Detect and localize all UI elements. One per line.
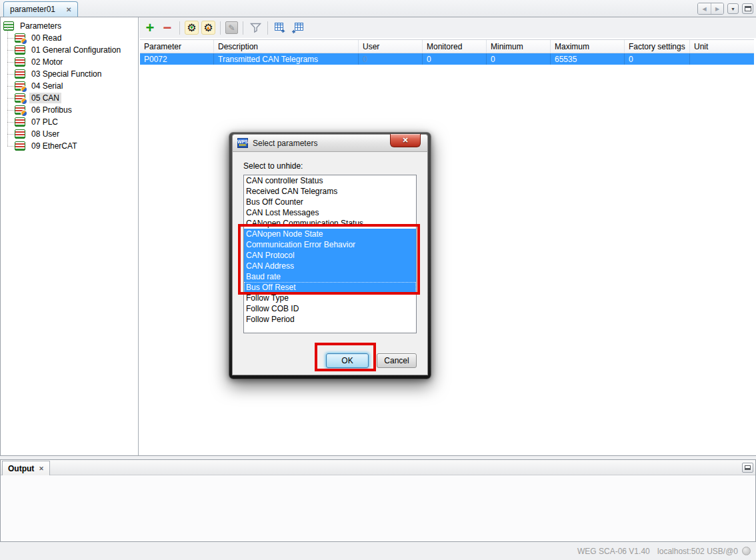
column-header-factory-settings[interactable]: Factory settings bbox=[625, 40, 690, 53]
status-bar: WEG SCA-06 V1.40 localhost:502 USB/@0 bbox=[0, 542, 756, 560]
tab-close-icon[interactable]: ✕ bbox=[66, 6, 71, 13]
export-table-button[interactable] bbox=[273, 21, 287, 35]
list-item-selected[interactable]: CAN Address bbox=[244, 261, 416, 271]
remove-parameter-button[interactable]: − bbox=[160, 21, 175, 35]
tree-item-label: 09 EtherCAT bbox=[29, 141, 79, 151]
parameter-table-icon bbox=[15, 69, 25, 79]
list-item[interactable]: CAN controller Status bbox=[244, 175, 416, 186]
parameter-table-icon bbox=[15, 141, 25, 151]
cell-user: 0 bbox=[359, 53, 423, 65]
maximize-icon bbox=[745, 6, 751, 11]
tab-parameter01[interactable]: parameter01 ✕ bbox=[3, 1, 78, 17]
dialog-close-button[interactable]: ✕ bbox=[390, 134, 421, 147]
history-nav-group: ◀ ▶ bbox=[697, 3, 724, 15]
minimize-icon bbox=[745, 465, 751, 470]
ok-button[interactable]: OK bbox=[326, 353, 369, 368]
wps-app-icon: WPS bbox=[237, 138, 248, 148]
table-import-icon bbox=[291, 21, 304, 34]
editor-area-controls: ◀ ▶ ▼ bbox=[697, 3, 753, 15]
parameter-table-icon bbox=[15, 117, 25, 127]
column-header-minimum[interactable]: Minimum bbox=[487, 40, 551, 53]
tree-item-label: 02 Motor bbox=[29, 57, 65, 67]
list-item-selected[interactable]: CANopen Node State bbox=[244, 229, 416, 239]
tree-item-09-ethercat[interactable]: 09 EtherCAT bbox=[1, 140, 138, 152]
tree-root-parameters[interactable]: Parameters bbox=[1, 20, 138, 32]
tree-connector bbox=[7, 146, 15, 147]
tree-connector bbox=[7, 110, 15, 111]
maximize-view-button[interactable] bbox=[742, 3, 753, 14]
column-header-description[interactable]: Description bbox=[214, 40, 359, 53]
tree-item-04-serial[interactable]: 04 Serial bbox=[1, 80, 138, 92]
write-to-device-button[interactable]: ⚙ ▲ bbox=[201, 21, 215, 35]
list-item[interactable]: Bus Off Counter bbox=[244, 197, 416, 207]
list-item-selected[interactable]: Baud rate bbox=[244, 271, 416, 282]
list-item[interactable]: CAN Lost Messages bbox=[244, 207, 416, 218]
list-item[interactable]: Follow Period bbox=[244, 314, 416, 325]
add-parameter-button[interactable]: + bbox=[143, 21, 157, 35]
parameter-toolbar: + − ⚙ ▼ ⚙ ▲ ✎ bbox=[139, 17, 756, 38]
column-header-unit[interactable]: Unit bbox=[690, 40, 754, 53]
parameter-table-icon bbox=[15, 45, 25, 55]
tree-root-label: Parameters bbox=[18, 21, 63, 31]
cell-description: Transmitted CAN Telegrams bbox=[214, 53, 359, 65]
tab-output[interactable]: Output ✕ bbox=[2, 461, 50, 475]
output-minimize-button[interactable] bbox=[742, 463, 753, 473]
tree-item-label: 03 Special Function bbox=[29, 69, 103, 79]
tree-connector bbox=[7, 134, 15, 135]
minus-icon: − bbox=[163, 21, 172, 35]
close-icon: ✕ bbox=[402, 136, 408, 145]
tree-item-01-general-configuration[interactable]: 01 General Configuration bbox=[1, 44, 138, 56]
tree-connector bbox=[7, 38, 15, 39]
arrow-up-icon: ▲ bbox=[206, 25, 211, 31]
view-menu-button[interactable]: ▼ bbox=[727, 3, 739, 14]
tree-item-00-read[interactable]: 00 Read bbox=[1, 32, 138, 44]
forward-button[interactable]: ▶ bbox=[711, 3, 723, 14]
output-tab-close-icon[interactable]: ✕ bbox=[39, 465, 44, 472]
tree-item-07-plc[interactable]: 07 PLC bbox=[1, 116, 138, 128]
tree-item-05-can[interactable]: 05 CAN bbox=[1, 92, 138, 104]
column-header-parameter[interactable]: Parameter bbox=[140, 40, 214, 53]
select-parameters-dialog: WPS Select parameters ✕ Select to unhide… bbox=[229, 132, 431, 379]
back-button[interactable]: ◀ bbox=[698, 3, 711, 14]
tree-item-label: 08 User bbox=[29, 129, 61, 139]
tree-connector bbox=[7, 62, 15, 63]
column-header-maximum[interactable]: Maximum bbox=[551, 40, 625, 53]
table-header-row: Parameter Description User Monitored Min… bbox=[140, 39, 754, 53]
list-item-selected[interactable]: Communication Error Behavior bbox=[244, 239, 416, 250]
tree-item-label: 01 General Configuration bbox=[29, 45, 123, 55]
dialog-titlebar[interactable]: WPS Select parameters ✕ bbox=[232, 134, 428, 151]
toolbar-separator bbox=[267, 21, 268, 35]
tree-connector bbox=[7, 86, 15, 87]
tree-item-02-motor[interactable]: 02 Motor bbox=[1, 56, 138, 68]
tree-connector bbox=[7, 50, 15, 51]
tree-item-label: 06 Profibus bbox=[29, 105, 74, 115]
list-item[interactable]: Received CAN Telegrams bbox=[244, 186, 416, 197]
dialog-button-row: OK Cancel bbox=[233, 353, 417, 368]
plus-icon: + bbox=[146, 21, 155, 35]
tree-item-label-selected: 05 CAN bbox=[29, 93, 61, 103]
filter-button[interactable] bbox=[248, 21, 263, 35]
editor-tab-strip: parameter01 ✕ ◀ ▶ ▼ bbox=[0, 0, 756, 17]
list-item-selected-focused[interactable]: Bus Off Reset bbox=[244, 282, 416, 293]
cell-parameter: P0072 bbox=[140, 53, 214, 65]
tree-item-08-user[interactable]: 08 User bbox=[1, 128, 138, 140]
parameter-tree-panel: Parameters 00 Read 01 General Configurat… bbox=[1, 17, 139, 455]
read-from-device-button[interactable]: ⚙ ▼ bbox=[185, 21, 199, 35]
tree-item-06-profibus[interactable]: 06 Profibus bbox=[1, 104, 138, 116]
list-item[interactable]: Follow Type bbox=[244, 293, 416, 303]
parameter-table-icon bbox=[15, 129, 25, 139]
list-item-selected[interactable]: CAN Protocol bbox=[244, 250, 416, 261]
edit-parameter-button-disabled[interactable]: ✎ bbox=[225, 21, 238, 34]
list-item[interactable]: Follow COB ID bbox=[244, 303, 416, 314]
table-row-p0072-selected[interactable]: P0072 Transmitted CAN Telegrams 0 0 0 65… bbox=[140, 53, 754, 65]
tree-item-label: 00 Read bbox=[29, 33, 63, 43]
import-table-button[interactable] bbox=[290, 21, 305, 35]
edit-icon: ✎ bbox=[228, 23, 235, 33]
column-header-user[interactable]: User bbox=[359, 40, 423, 53]
column-header-monitored[interactable]: Monitored bbox=[423, 40, 487, 53]
cancel-button[interactable]: Cancel bbox=[377, 353, 417, 368]
output-panel-header: Output ✕ bbox=[1, 460, 755, 475]
tree-item-03-special-function[interactable]: 03 Special Function bbox=[1, 68, 138, 80]
list-item[interactable]: CANopen Communication Status bbox=[244, 218, 416, 229]
connection-status-led bbox=[742, 547, 751, 555]
